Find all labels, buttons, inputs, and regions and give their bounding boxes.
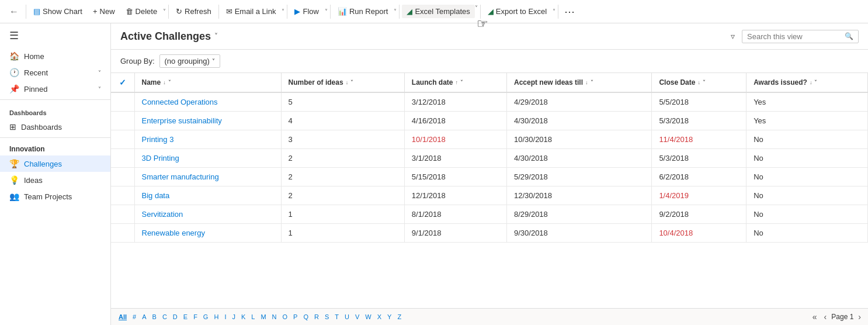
- alpha-i[interactable]: I: [221, 312, 229, 321]
- alpha-s[interactable]: S: [322, 312, 332, 321]
- alpha-d[interactable]: D: [170, 312, 180, 321]
- alpha-g[interactable]: G: [200, 312, 211, 321]
- run-report-button[interactable]: 📊 Run Report: [333, 5, 393, 18]
- delete-button[interactable]: 🗑 Delete: [121, 5, 162, 18]
- row-name-1[interactable]: Enterprise sustainability: [134, 112, 281, 130]
- row-checkbox-5[interactable]: [111, 186, 134, 205]
- alpha-k[interactable]: K: [238, 312, 248, 321]
- accept-filter-icon[interactable]: ˅: [591, 79, 593, 85]
- more-actions-button[interactable]: ⋯: [561, 4, 578, 19]
- refresh-button[interactable]: ↻ Refresh: [171, 5, 216, 18]
- row-close-0: 5/5/2018: [652, 92, 747, 112]
- export-excel-button[interactable]: ◢ Export to Excel: [483, 5, 551, 18]
- row-name-4[interactable]: Smarter manufacturing: [134, 168, 281, 186]
- sidebar-item-challenges[interactable]: 🏆 Challenges: [0, 155, 110, 172]
- row-checkbox-0[interactable]: [111, 92, 134, 112]
- alpha-z[interactable]: Z: [394, 312, 404, 321]
- flow-chevron[interactable]: ˅: [325, 8, 328, 15]
- col-awards-issued[interactable]: Awards issued? ↓ ˅: [747, 73, 868, 92]
- alpha-e[interactable]: E: [180, 312, 190, 321]
- ideas-sort-icon: ↓: [346, 79, 349, 85]
- alpha-a[interactable]: A: [139, 312, 149, 321]
- alpha-v[interactable]: V: [352, 312, 362, 321]
- export-chevron[interactable]: ˅: [553, 8, 555, 15]
- sidebar: ☰ 🏠 Home 🕐 Recent ˅ 📌 Pinned ˅ Dashboard…: [0, 23, 111, 325]
- row-checkbox-1[interactable]: [111, 112, 134, 130]
- row-checkbox-7[interactable]: [111, 224, 134, 243]
- awards-filter-icon[interactable]: ˅: [814, 79, 817, 85]
- alpha-p[interactable]: P: [290, 312, 300, 321]
- row-checkbox-2[interactable]: [111, 130, 134, 149]
- next-page-button[interactable]: ›: [856, 311, 863, 323]
- row-name-3[interactable]: 3D Printing: [134, 149, 281, 168]
- name-sort-icon: ↓: [163, 79, 166, 85]
- col-number-of-ideas[interactable]: Number of ideas ↓ ˅: [281, 73, 404, 92]
- new-button[interactable]: + New: [88, 5, 120, 18]
- row-name-5[interactable]: Big data: [134, 186, 281, 205]
- sidebar-item-recent[interactable]: 🕐 Recent ˅: [0, 64, 110, 81]
- row-name-0[interactable]: Connected Operations: [134, 92, 281, 112]
- delete-chevron[interactable]: ˅: [163, 8, 166, 15]
- row-checkbox-6[interactable]: [111, 205, 134, 224]
- launch-filter-icon[interactable]: ˅: [460, 79, 463, 85]
- col-close-date[interactable]: Close Date ↓ ˅: [652, 73, 747, 92]
- col-launch-date[interactable]: Launch date ↑ ˅: [404, 73, 506, 92]
- first-page-button[interactable]: «: [810, 311, 820, 323]
- alpha-o[interactable]: O: [280, 312, 291, 321]
- row-name-7[interactable]: Renewable energy: [134, 224, 281, 243]
- alpha-q[interactable]: Q: [300, 312, 311, 321]
- email-chevron[interactable]: ˅: [282, 8, 284, 15]
- row-checkbox-4[interactable]: [111, 168, 134, 186]
- col-checkbox[interactable]: ✓: [111, 73, 134, 92]
- email-link-button[interactable]: ✉ Email a Link: [221, 5, 281, 18]
- flow-button[interactable]: ▶ Flow: [290, 5, 323, 18]
- view-title-chevron-icon[interactable]: ˅: [214, 32, 218, 40]
- search-icon[interactable]: 🔍: [845, 32, 853, 40]
- alpha-n[interactable]: N: [269, 312, 280, 321]
- alpha-c[interactable]: C: [159, 312, 170, 321]
- alpha-b[interactable]: B: [150, 312, 159, 321]
- back-button[interactable]: ←: [5, 4, 23, 19]
- groupby-select[interactable]: (no grouping) ˅: [159, 54, 220, 68]
- alpha-all[interactable]: All: [116, 312, 130, 321]
- report-chevron[interactable]: ˅: [394, 8, 397, 15]
- alpha-x[interactable]: X: [374, 312, 384, 321]
- alpha-f[interactable]: F: [190, 312, 200, 321]
- alpha-#[interactable]: #: [130, 312, 139, 321]
- row-checkbox-3[interactable]: [111, 149, 134, 168]
- alpha-j[interactable]: J: [229, 312, 238, 321]
- alpha-y[interactable]: Y: [384, 312, 394, 321]
- prev-page-button[interactable]: ‹: [822, 311, 829, 323]
- row-name-6[interactable]: Servitization: [134, 205, 281, 224]
- sidebar-item-home[interactable]: 🏠 Home: [0, 48, 110, 64]
- show-chart-button[interactable]: ▤ Show Chart: [29, 5, 87, 18]
- ideas-filter-icon[interactable]: ˅: [350, 79, 353, 85]
- row-launch-6: 8/1/2018: [404, 205, 506, 224]
- alpha-l[interactable]: L: [248, 312, 258, 321]
- col-name-label: Name: [142, 78, 161, 87]
- hamburger-menu[interactable]: ☰: [5, 27, 23, 44]
- filter-icon[interactable]: ▿: [728, 29, 737, 43]
- col-accept-till[interactable]: Accept new ideas till ↓ ˅: [506, 73, 651, 92]
- search-input[interactable]: [747, 32, 842, 41]
- table-row: Enterprise sustainability 4 4/16/2018 4/…: [111, 112, 868, 130]
- excel-templates-button[interactable]: ◢ Excel Templates: [402, 5, 474, 18]
- alpha-r[interactable]: R: [311, 312, 322, 321]
- alpha-m[interactable]: M: [258, 312, 269, 321]
- row-name-2[interactable]: Printing 3: [134, 130, 281, 149]
- alpha-w[interactable]: W: [362, 312, 374, 321]
- alpha-u[interactable]: U: [342, 312, 352, 321]
- alpha-t[interactable]: T: [332, 312, 342, 321]
- sidebar-item-dashboards[interactable]: ⊞ Dashboards: [0, 119, 110, 135]
- row-accept-5: 12/30/2018: [506, 186, 651, 205]
- sidebar-item-ideas[interactable]: 💡 Ideas: [0, 172, 110, 188]
- close-filter-icon[interactable]: ˅: [703, 79, 706, 85]
- table-row: Smarter manufacturing 2 5/15/2018 5/29/2…: [111, 168, 868, 186]
- row-ideas-3: 2: [281, 149, 404, 168]
- sidebar-item-pinned[interactable]: 📌 Pinned ˅: [0, 81, 110, 97]
- sidebar-item-team-projects[interactable]: 👥 Team Projects: [0, 188, 110, 205]
- name-filter-icon[interactable]: ˅: [168, 79, 171, 85]
- col-name[interactable]: Name ↓ ˅: [134, 73, 281, 92]
- alpha-h[interactable]: H: [211, 312, 221, 321]
- excel-templates-chevron[interactable]: ˅: [475, 5, 478, 18]
